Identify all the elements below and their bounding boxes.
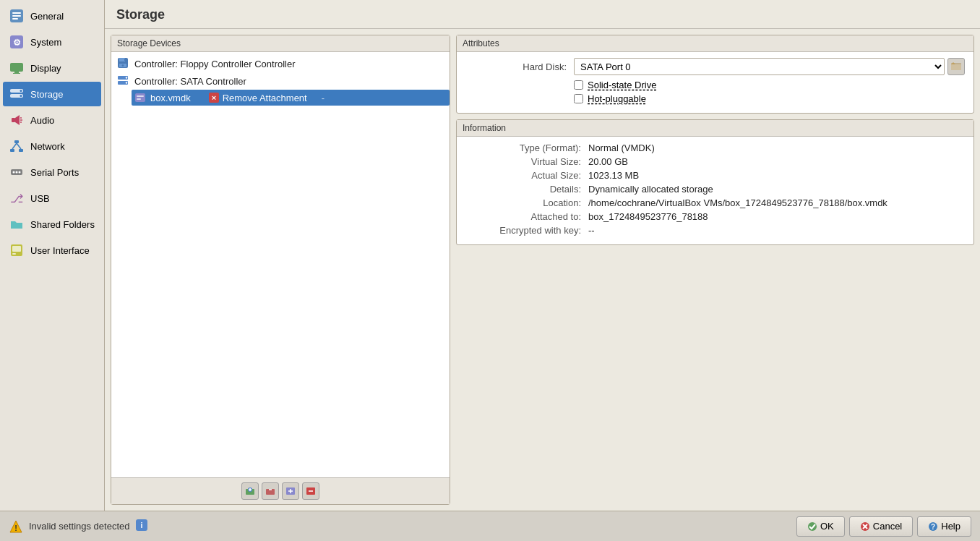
hard-disk-browse-button[interactable] <box>947 58 965 75</box>
svg-text:⚙: ⚙ <box>13 38 21 48</box>
sidebar-item-general[interactable]: General <box>3 4 101 28</box>
svg-text:i: i <box>141 521 143 529</box>
info-location-value: /home/cochrane/VirtualBox VMs/box_172484… <box>588 197 887 208</box>
audio-icon <box>9 112 25 128</box>
info-encrypted-row: Encrypted with key: -- <box>465 225 965 236</box>
sata-controller-item[interactable]: Controller: SATA Controller <box>111 72 450 90</box>
sata-controller-label: Controller: SATA Controller <box>134 76 246 87</box>
sidebar-item-user-interface[interactable]: User Interface <box>3 238 101 263</box>
remove-attachment-icon: × <box>208 92 220 103</box>
main-container: General ⚙ System Display Storage Audio <box>0 0 980 511</box>
info-virtual-size-row: Virtual Size: 20.00 GB <box>465 156 965 167</box>
svg-rect-13 <box>12 118 15 122</box>
svg-point-25 <box>16 171 18 174</box>
hard-disk-label: Hard Disk: <box>465 61 567 72</box>
info-virtual-size-label: Virtual Size: <box>465 156 581 167</box>
content-body: Storage Devices Controller: Floppy Contr… <box>105 29 980 511</box>
system-icon: ⚙ <box>9 34 25 50</box>
svg-rect-1 <box>12 12 21 14</box>
svg-point-24 <box>13 171 15 174</box>
hard-disk-dropdown-row: SATA Port 0 <box>574 58 965 75</box>
status-area: ! Invalid settings detected i <box>9 519 148 534</box>
svg-point-62 <box>808 522 817 531</box>
info-location-row: Location: /home/cochrane/VirtualBox VMs/… <box>465 197 965 208</box>
remove-controller-button[interactable] <box>262 482 279 500</box>
sidebar-item-system[interactable]: ⚙ System <box>3 30 101 54</box>
svg-rect-40 <box>135 93 145 102</box>
svg-rect-8 <box>13 73 20 74</box>
info-details-row: Details: Dynamically allocated storage <box>465 184 965 195</box>
storage-tree: Controller: Floppy Controller Controller… <box>111 52 450 477</box>
sidebar-item-shared-folders[interactable]: Shared Folders <box>3 212 101 237</box>
solid-state-label: Solid-state Drive <box>588 80 656 90</box>
vmdk-icon <box>134 92 146 103</box>
info-virtual-size-value: 20.00 GB <box>588 156 628 167</box>
floppy-controller-item[interactable]: Controller: Floppy Controller Controller <box>111 55 450 72</box>
svg-point-11 <box>20 90 22 92</box>
svg-rect-57 <box>951 64 961 70</box>
sidebar-item-ui-label: User Interface <box>30 245 90 256</box>
cancel-button[interactable]: Cancel <box>849 516 913 537</box>
status-text: Invalid settings detected <box>29 521 129 532</box>
svg-rect-6 <box>10 63 23 72</box>
storage-toolbar <box>111 477 450 504</box>
settings-icon: i <box>135 519 148 534</box>
sidebar-item-usb-label: USB <box>30 193 50 204</box>
sidebar: General ⚙ System Display Storage Audio <box>0 0 105 511</box>
info-type-row: Type (Format): Normal (VMDK) <box>465 142 965 153</box>
svg-rect-41 <box>137 95 144 97</box>
storage-panel: Storage Devices Controller: Floppy Contr… <box>111 35 450 505</box>
attributes-body: Hard Disk: SATA Port 0 <box>457 52 973 113</box>
add-controller-button[interactable] <box>241 482 259 500</box>
hot-pluggable-checkbox[interactable] <box>574 94 583 103</box>
sidebar-item-display-label: Display <box>30 63 61 74</box>
button-group: OK Cancel ? Help <box>796 516 971 537</box>
sidebar-item-audio-label: Audio <box>30 115 54 126</box>
sidebar-item-display[interactable]: Display <box>3 56 101 80</box>
disk-item[interactable]: box.vmdk × Remove Attachment - <box>132 90 450 106</box>
sidebar-item-network-label: Network <box>30 141 65 152</box>
checkboxes-area: Solid-state Drive Hot-pluggable <box>465 80 965 104</box>
shared-icon <box>9 216 25 232</box>
sidebar-item-usb[interactable]: ⎇ USB <box>3 186 101 210</box>
cancel-label: Cancel <box>873 521 902 532</box>
sidebar-item-serial-ports[interactable]: Serial Ports <box>3 160 101 184</box>
storage-devices-header: Storage Devices <box>111 35 450 52</box>
help-button[interactable]: ? Help <box>917 516 971 537</box>
svg-point-39 <box>126 82 127 83</box>
info-type-label: Type (Format): <box>465 142 581 153</box>
attributes-header: Attributes <box>457 35 973 52</box>
info-details-label: Details: <box>465 184 581 195</box>
svg-rect-29 <box>12 246 21 252</box>
sidebar-item-serial-label: Serial Ports <box>30 167 79 178</box>
remove-attachment-dash: - <box>322 93 324 103</box>
add-attachment-button[interactable] <box>282 482 299 500</box>
disk-item-label: box.vmdk <box>150 93 191 103</box>
svg-rect-42 <box>137 98 141 100</box>
content-area: Storage Storage Devices Controller: Flop… <box>105 0 980 511</box>
svg-rect-19 <box>10 149 14 152</box>
svg-text:!: ! <box>14 524 17 532</box>
sidebar-item-network[interactable]: Network <box>3 134 101 158</box>
info-attached-row: Attached to: box_1724849523776_78188 <box>465 211 965 222</box>
svg-line-22 <box>17 143 21 149</box>
sidebar-item-general-label: General <box>30 11 64 22</box>
attributes-section: Attributes Hard Disk: SATA Port 0 <box>456 35 974 114</box>
info-actual-size-value: 1023.13 MB <box>588 170 639 181</box>
bottom-bar: ! Invalid settings detected i OK Cancel … <box>0 511 980 541</box>
floppy-controller-label: Controller: Floppy Controller Controller <box>134 59 296 69</box>
ok-button[interactable]: OK <box>796 516 845 537</box>
hard-disk-select[interactable]: SATA Port 0 <box>574 58 945 75</box>
attributes-panel: Attributes Hard Disk: SATA Port 0 <box>456 35 974 505</box>
svg-point-38 <box>126 77 127 78</box>
general-icon <box>9 8 25 24</box>
remove-attachment-toolbar-button[interactable] <box>302 482 319 500</box>
ok-label: OK <box>820 521 834 532</box>
info-attached-label: Attached to: <box>465 211 581 222</box>
sidebar-item-audio[interactable]: Audio <box>3 108 101 132</box>
sidebar-item-storage[interactable]: Storage <box>3 82 101 106</box>
network-icon <box>9 138 25 154</box>
svg-rect-33 <box>124 59 126 61</box>
solid-state-checkbox[interactable] <box>574 80 583 90</box>
usb-icon: ⎇ <box>9 190 25 206</box>
